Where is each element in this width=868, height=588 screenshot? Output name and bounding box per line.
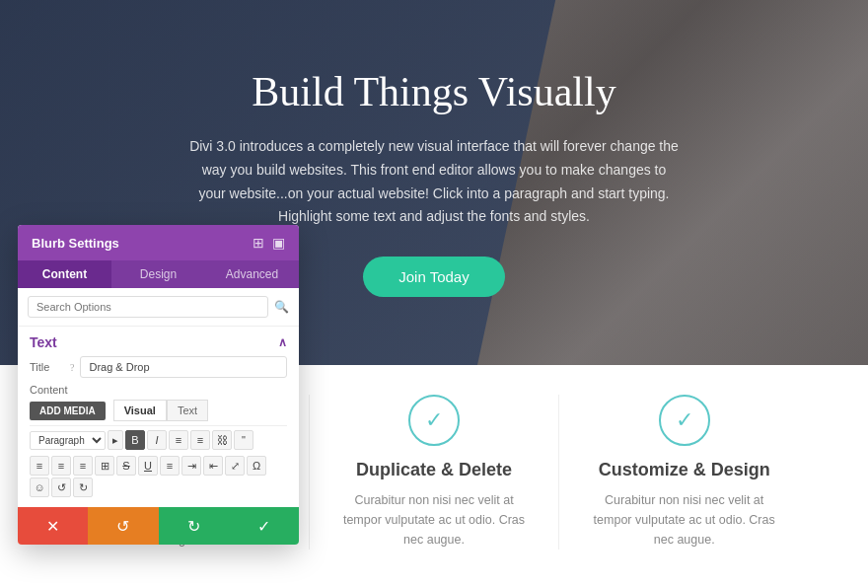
- check-icon-3: ✓: [659, 395, 710, 446]
- search-input[interactable]: [28, 296, 268, 318]
- section-text-label: Text ∧: [30, 334, 287, 350]
- strikethrough-button[interactable]: S: [116, 456, 136, 476]
- ul-button[interactable]: ≡: [169, 430, 188, 450]
- tab-advanced[interactable]: Advanced: [205, 260, 299, 288]
- ol-button[interactable]: ≡: [190, 430, 210, 450]
- align-right-button[interactable]: ≡: [73, 456, 93, 476]
- editor-toolbar-top: ADD MEDIA Visual Text: [30, 400, 287, 421]
- panel-title: Blurb Settings: [32, 236, 119, 251]
- tab-visual[interactable]: Visual: [113, 400, 167, 421]
- join-button[interactable]: Join Today: [363, 257, 504, 297]
- check-icon-2: ✓: [408, 395, 460, 446]
- underline-button[interactable]: U: [138, 456, 158, 476]
- redo-button[interactable]: ↻: [73, 478, 93, 497]
- chevron-up-icon[interactable]: ∧: [278, 335, 287, 349]
- panel-header-icons: ⊞ ▣: [253, 235, 285, 251]
- cancel-button[interactable]: ✕: [18, 507, 88, 545]
- align-justify-button[interactable]: ≡: [160, 456, 180, 476]
- feature-title-3: Customize & Design: [589, 460, 779, 480]
- title-field-row: Title ?: [30, 356, 287, 378]
- indent-button[interactable]: ⇥: [181, 456, 201, 476]
- hero-title: Build Things Visually: [187, 68, 681, 115]
- panel-footer: ✕ ↺ ↻ ✓: [18, 507, 299, 545]
- panel-window-icon[interactable]: ▣: [272, 235, 285, 251]
- title-field-label: Title: [30, 361, 64, 373]
- help-icon[interactable]: ?: [70, 362, 74, 373]
- search-icon: 🔍: [274, 300, 289, 315]
- feature-duplicate-delete: ✓ Duplicate & Delete Curabitur non nisi …: [310, 395, 560, 550]
- link-button[interactable]: ⛓: [212, 430, 232, 450]
- tab-design[interactable]: Design: [111, 260, 205, 288]
- undo-button[interactable]: ↺: [51, 478, 71, 497]
- section-label-text: Text: [30, 334, 57, 350]
- undo-footer-button[interactable]: ↺: [88, 507, 158, 545]
- blurb-settings-panel: Blurb Settings ⊞ ▣ Content Design Advanc…: [18, 225, 299, 545]
- align-center-button[interactable]: ≡: [51, 456, 71, 476]
- blockquote-button[interactable]: ": [234, 430, 253, 450]
- columns-button[interactable]: ⊞: [95, 456, 114, 476]
- redo-footer-button[interactable]: ↻: [159, 507, 229, 545]
- feature-desc-2: Curabitur non nisi nec velit at tempor v…: [339, 490, 530, 550]
- align-left-button[interactable]: ≡: [30, 456, 49, 476]
- title-input[interactable]: [80, 356, 287, 378]
- editor-toolbar-row1: Paragraph ▸ B I ≡ ≡ ⛓ ": [30, 425, 287, 454]
- feature-desc-3: Curabitur non nisi nec velit at tempor v…: [589, 490, 779, 550]
- outdent-button[interactable]: ⇤: [203, 456, 223, 476]
- add-media-button[interactable]: ADD MEDIA: [30, 402, 106, 420]
- editor-view-tabs: Visual Text: [113, 400, 208, 421]
- content-field-label: Content: [30, 384, 287, 396]
- italic-button[interactable]: I: [147, 430, 167, 450]
- separator: ▸: [108, 430, 123, 450]
- text-section: Text ∧ Title ? Content ADD MEDIA Visual …: [18, 327, 299, 507]
- save-button[interactable]: ✓: [229, 507, 299, 545]
- fullscreen-button[interactable]: ⤢: [225, 456, 245, 476]
- omega-button[interactable]: Ω: [247, 456, 266, 476]
- feature-customize-design: ✓ Customize & Design Curabitur non nisi …: [559, 395, 809, 550]
- emoji-button[interactable]: ☺: [30, 478, 49, 497]
- panel-tabs: Content Design Advanced: [18, 260, 299, 288]
- bold-button[interactable]: B: [125, 430, 145, 450]
- tab-text[interactable]: Text: [167, 400, 208, 421]
- editor-toolbar-row2: ≡ ≡ ≡ ⊞ S U ≡ ⇥ ⇤ ⤢ Ω ☺ ↺ ↻: [30, 454, 287, 499]
- paragraph-select[interactable]: Paragraph: [30, 431, 106, 450]
- panel-header: Blurb Settings ⊞ ▣: [18, 225, 299, 260]
- hero-description: Divi 3.0 introduces a completely new vis…: [187, 135, 681, 229]
- panel-search-area: 🔍: [18, 288, 299, 327]
- tab-content[interactable]: Content: [18, 260, 111, 288]
- feature-title-2: Duplicate & Delete: [339, 460, 530, 480]
- panel-expand-icon[interactable]: ⊞: [253, 235, 264, 251]
